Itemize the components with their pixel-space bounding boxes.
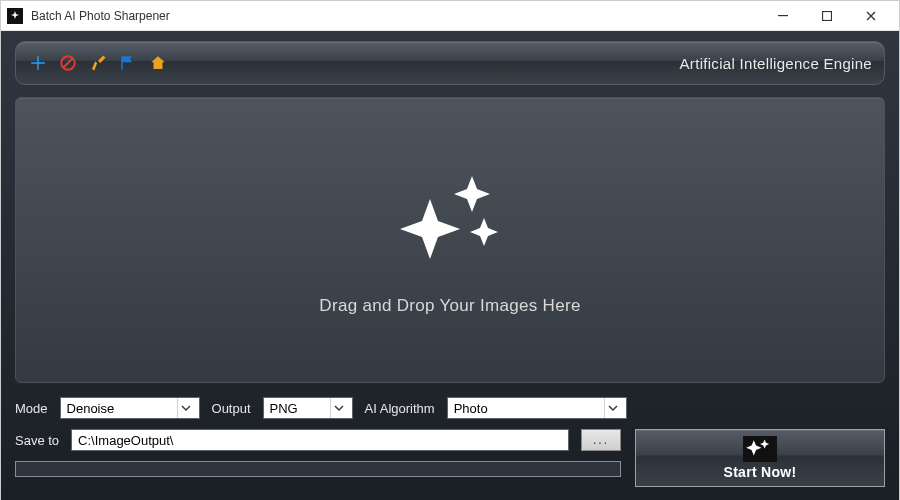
start-button[interactable]: Start Now!	[635, 429, 885, 487]
ai-label: AI Algorithm	[365, 401, 435, 416]
saveto-column: Save to ...	[15, 429, 621, 477]
toolbar: Artificial Intelligence Engine	[15, 41, 885, 85]
home-icon[interactable]	[148, 53, 168, 73]
close-button[interactable]	[849, 2, 893, 30]
app-icon	[7, 8, 23, 24]
ai-select[interactable]: Photo	[447, 397, 627, 419]
chevron-down-icon	[604, 398, 622, 418]
brush-icon[interactable]	[88, 53, 108, 73]
saveto-label: Save to	[15, 433, 59, 448]
chevron-down-icon	[177, 398, 195, 418]
app-body: Artificial Intelligence Engine Drag and …	[1, 31, 899, 500]
app-window: Batch AI Photo Sharpener	[0, 0, 900, 500]
save-row: Save to ... Start Now!	[15, 429, 885, 487]
output-label: Output	[212, 401, 251, 416]
mode-value: Denoise	[67, 401, 115, 416]
window-controls	[761, 2, 893, 30]
progress-bar	[15, 461, 621, 477]
dropzone[interactable]: Drag and Drop Your Images Here	[15, 97, 885, 383]
app-title: Batch AI Photo Sharpener	[31, 9, 761, 23]
remove-icon[interactable]	[58, 53, 78, 73]
ai-value: Photo	[454, 401, 488, 416]
saveto-input[interactable]	[71, 429, 569, 451]
svg-rect-1	[823, 11, 832, 20]
toolbar-icons	[28, 53, 168, 73]
flag-icon[interactable]	[118, 53, 138, 73]
dropzone-message: Drag and Drop Your Images Here	[319, 296, 580, 316]
svg-rect-4	[743, 436, 777, 462]
start-label: Start Now!	[724, 464, 797, 480]
output-value: PNG	[270, 401, 298, 416]
svg-line-3	[64, 59, 73, 68]
engine-label: Artificial Intelligence Engine	[680, 55, 872, 72]
minimize-button[interactable]	[761, 2, 805, 30]
titlebar: Batch AI Photo Sharpener	[1, 1, 899, 31]
add-icon[interactable]	[28, 53, 48, 73]
maximize-button[interactable]	[805, 2, 849, 30]
sparkle-icon	[743, 436, 777, 465]
mode-select[interactable]: Denoise	[60, 397, 200, 419]
svg-rect-0	[778, 15, 788, 16]
sparkle-icon	[380, 164, 520, 278]
controls-row: Mode Denoise Output PNG AI Algorithm Pho…	[15, 397, 885, 419]
output-select[interactable]: PNG	[263, 397, 353, 419]
mode-label: Mode	[15, 401, 48, 416]
chevron-down-icon	[330, 398, 348, 418]
saveto-line: Save to ...	[15, 429, 621, 451]
browse-button[interactable]: ...	[581, 429, 621, 451]
